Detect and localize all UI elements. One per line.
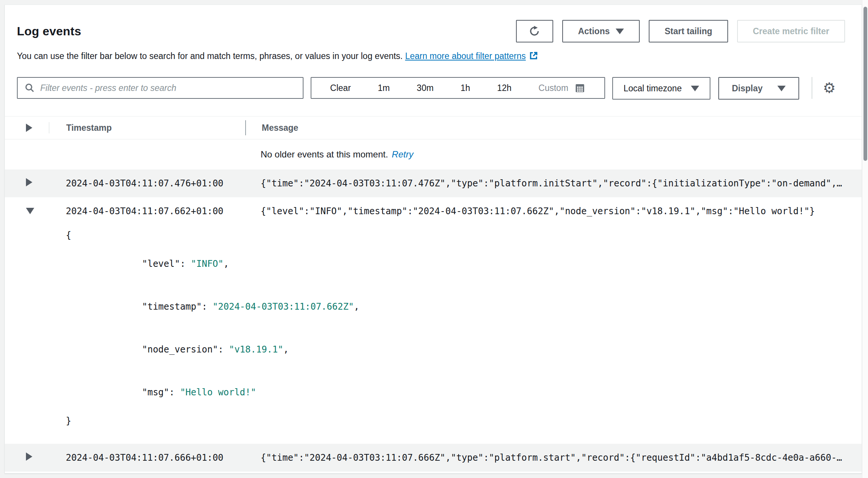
learn-more-link[interactable]: Learn more about filter patterns <box>405 51 539 61</box>
row-message: {"time":"2024-04-03T03:11:07.666Z","type… <box>245 452 862 463</box>
learn-more-label: Learn more about filter patterns <box>405 51 526 61</box>
no-older-events-text: No older events at this moment. <box>261 149 388 160</box>
json-line: "msg": "Hello world!" <box>66 371 862 414</box>
json-line: "node_version": "v18.19.1", <box>66 328 862 371</box>
time-range-1m[interactable]: 1m <box>378 83 390 93</box>
row-timestamp: 2024-04-03T04:11:07.476+01:00 <box>49 178 245 189</box>
time-range-1h[interactable]: 1h <box>461 83 470 93</box>
chevron-down-icon <box>691 86 699 91</box>
json-value: "v18.19.1" <box>229 344 284 355</box>
actions-button-label: Actions <box>578 26 610 36</box>
timestamp-column-header: Timestamp <box>49 116 245 139</box>
time-range-selector: Clear 1m 30m 1h 12h Custom <box>311 77 605 99</box>
expand-caret-icon[interactable] <box>26 452 32 461</box>
panel-header: Log events Actions Start tailing Create … <box>17 20 845 42</box>
json-open-brace: { <box>66 228 862 242</box>
calendar-icon <box>574 82 586 94</box>
row-message: {"time":"2024-04-03T03:11:07.476Z","type… <box>245 178 862 189</box>
json-key: "timestamp" <box>142 301 202 312</box>
table-row-expanded[interactable]: 2024-04-03T04:11:07.662+01:00 {"level":"… <box>5 197 862 444</box>
expand-all-column <box>5 124 49 132</box>
expand-caret-icon[interactable] <box>26 178 32 186</box>
json-close-brace: } <box>66 414 862 428</box>
time-range-30m[interactable]: 30m <box>417 83 434 93</box>
log-events-panel: Log events Actions Start tailing Create … <box>5 5 862 473</box>
chevron-down-icon <box>777 86 786 91</box>
table-row[interactable]: 2024-04-03T04:11:07.666+01:00 {"time":"2… <box>5 444 862 472</box>
json-key: "node_version" <box>142 344 218 355</box>
filter-bar: Clear 1m 30m 1h 12h Custom Local timezon… <box>17 77 845 99</box>
row-timestamp: 2024-04-03T04:11:07.666+01:00 <box>49 452 245 463</box>
page-title: Log events <box>17 24 81 38</box>
message-header-label: Message <box>262 123 298 133</box>
no-older-events-row: No older events at this moment. Retry <box>5 139 862 169</box>
external-link-icon <box>529 51 539 61</box>
table-header: Timestamp Message <box>5 116 862 139</box>
refresh-button[interactable] <box>516 20 553 42</box>
description-text: You can use the filter bar below to sear… <box>17 51 403 61</box>
gear-icon[interactable]: ⚙ <box>823 81 836 95</box>
scrollbar-track[interactable] <box>862 0 868 478</box>
display-label: Display <box>732 83 763 94</box>
time-range-12h[interactable]: 12h <box>497 83 511 93</box>
search-input[interactable] <box>40 83 296 93</box>
expand-all-caret-icon[interactable] <box>26 124 32 132</box>
header-actions: Actions Start tailing Create metric filt… <box>516 20 845 42</box>
time-range-clear[interactable]: Clear <box>330 83 351 93</box>
timestamp-header-label: Timestamp <box>66 123 112 133</box>
actions-button[interactable]: Actions <box>562 20 640 42</box>
json-value: "INFO" <box>191 259 224 269</box>
row-timestamp: 2024-04-03T04:11:07.662+01:00 <box>49 206 245 216</box>
json-key: "msg" <box>142 387 169 398</box>
scrollbar-thumb[interactable] <box>863 7 867 161</box>
expanded-json-view: { "level": "INFO", "timestamp": "2024-04… <box>66 225 862 444</box>
table-row[interactable]: 2024-04-03T04:11:07.476+01:00 {"time":"2… <box>5 169 862 197</box>
vertical-divider <box>812 77 812 99</box>
json-value: "2024-04-03T03:11:07.662Z" <box>212 301 354 312</box>
json-line: "timestamp": "2024-04-03T03:11:07.662Z", <box>66 285 862 328</box>
refresh-icon <box>529 26 540 37</box>
timezone-label: Local timezone <box>624 83 682 94</box>
start-tailing-label: Start tailing <box>665 26 712 36</box>
custom-label: Custom <box>539 83 568 93</box>
json-line: "level": "INFO", <box>66 242 862 285</box>
row-message: {"level":"INFO","timestamp":"2024-04-03T… <box>245 206 862 216</box>
timezone-dropdown[interactable]: Local timezone <box>612 77 710 100</box>
json-key: "level" <box>142 259 180 269</box>
time-range-custom[interactable]: Custom <box>539 82 586 94</box>
panel-description: You can use the filter bar below to sear… <box>17 50 845 62</box>
create-metric-filter-label: Create metric filter <box>753 26 829 36</box>
create-metric-filter-button: Create metric filter <box>737 20 845 42</box>
display-dropdown[interactable]: Display <box>718 77 799 100</box>
json-value: "Hello world!" <box>180 387 256 398</box>
start-tailing-button[interactable]: Start tailing <box>649 20 728 42</box>
log-events-table: Timestamp Message No older events at thi… <box>5 116 862 473</box>
message-column-header: Message <box>246 116 862 139</box>
collapse-caret-icon[interactable] <box>26 208 34 214</box>
search-icon <box>24 83 35 93</box>
chevron-down-icon <box>616 29 624 34</box>
filter-input-container <box>17 77 303 99</box>
retry-link[interactable]: Retry <box>392 149 413 160</box>
table-row[interactable]: 2024-04-03T04:11:09.629+01:00 {"timestam… <box>5 472 862 473</box>
